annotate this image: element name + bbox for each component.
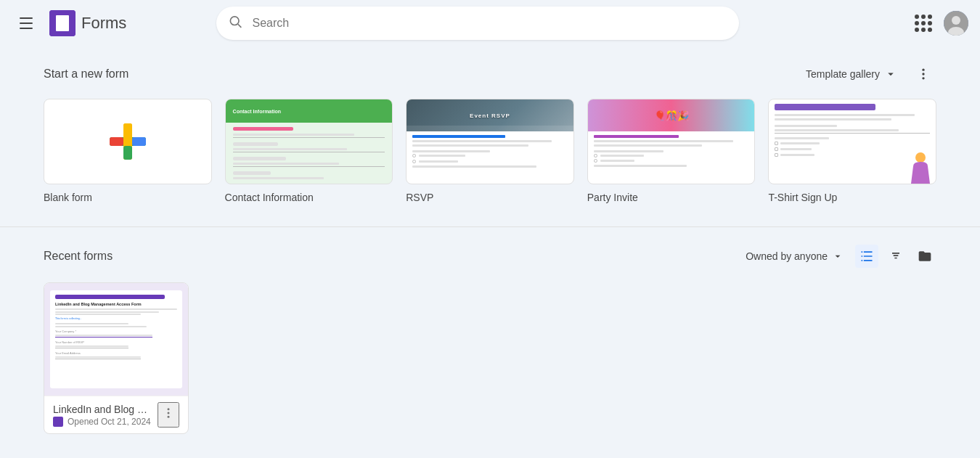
plus-icon <box>106 120 150 163</box>
svg-rect-16 <box>110 137 123 146</box>
recent-forms-grid: LinkedIn and Blog Management Access Form… <box>44 282 936 434</box>
template-card-blank[interactable]: Blank form <box>44 99 212 203</box>
form-more-options-button[interactable] <box>158 402 179 428</box>
google-apps-button[interactable] <box>909 9 938 38</box>
sort-icon <box>889 249 903 263</box>
rsvp-thumbnail: Event RSVP <box>406 99 574 184</box>
blank-form-thumbnail <box>44 99 212 184</box>
svg-rect-17 <box>132 137 146 146</box>
mini-form-preview: LinkedIn and Blog Management Access Form… <box>50 290 182 388</box>
recent-controls: Owned by anyone <box>746 245 936 268</box>
folder-view-button[interactable] <box>913 245 936 268</box>
rsvp-header-text: Event RSVP <box>470 113 510 119</box>
section-header-controls: Template gallery <box>799 61 936 87</box>
svg-rect-4 <box>58 23 64 25</box>
svg-rect-0 <box>49 10 75 36</box>
rsvp-label: RSVP <box>406 192 574 203</box>
svg-point-20 <box>915 152 926 163</box>
blank-form-label: Blank form <box>44 192 212 203</box>
app-name-label: Forms <box>81 14 126 33</box>
recent-form-footer: LinkedIn and Blog Manag... Opened Oct 21… <box>44 396 188 433</box>
recent-form-meta: Opened Oct 21, 2024 <box>53 417 155 427</box>
party-header-img: 🎈🎊🎉 <box>588 99 755 131</box>
svg-rect-19 <box>123 146 132 160</box>
recent-form-name: LinkedIn and Blog Manag... <box>53 404 155 415</box>
svg-point-21 <box>168 408 170 410</box>
party-invite-label: Party Invite <box>587 192 756 203</box>
forms-logo-svg <box>49 10 75 36</box>
party-balloons: 🎈🎊🎉 <box>654 110 689 121</box>
recent-form-info: LinkedIn and Blog Manag... Opened Oct 21… <box>53 404 155 427</box>
svg-point-11 <box>922 73 924 75</box>
contact-form-thumbnail: Contact Information <box>225 99 393 184</box>
form-icon-small <box>53 417 63 427</box>
list-view-button[interactable] <box>855 245 878 268</box>
tshirt-thumbnail <box>768 99 936 184</box>
hamburger-icon <box>14 12 38 35</box>
grid-apps-icon <box>915 15 932 32</box>
template-gallery-button[interactable]: Template gallery <box>799 63 905 85</box>
svg-point-23 <box>168 416 170 418</box>
templates-row: Blank form Contact Information <box>44 99 936 203</box>
app-header: Forms <box>0 0 980 46</box>
search-bar <box>216 7 739 40</box>
more-options-button[interactable] <box>910 61 936 87</box>
recent-forms-title: Recent forms <box>44 250 113 263</box>
recent-form-thumbnail: LinkedIn and Blog Management Access Form… <box>44 283 188 396</box>
header-right <box>909 9 968 38</box>
svg-point-8 <box>952 16 960 25</box>
svg-rect-2 <box>58 18 67 20</box>
tshirt-label: T-Shirt Sign Up <box>768 192 936 203</box>
more-vert-small-icon <box>162 406 175 420</box>
avatar[interactable] <box>944 11 968 36</box>
owner-filter-dropdown[interactable]: Owned by anyone <box>746 250 844 262</box>
party-thumbnail: 🎈🎊🎉 <box>587 99 756 184</box>
folder-icon <box>918 249 932 263</box>
owner-filter-label: Owned by anyone <box>746 250 828 262</box>
search-input[interactable] <box>216 7 739 40</box>
svg-point-5 <box>230 17 239 25</box>
templates-section-header: Start a new form Template gallery <box>44 46 936 87</box>
svg-point-22 <box>168 412 170 414</box>
svg-rect-1 <box>56 15 69 31</box>
svg-point-10 <box>922 69 924 71</box>
rsvp-form-body <box>407 131 573 171</box>
party-form-body <box>588 131 755 171</box>
list-view-icon <box>859 249 874 263</box>
app-logo[interactable]: Forms <box>49 10 126 36</box>
header-left: Forms <box>12 9 126 38</box>
search-icon <box>228 15 242 33</box>
main-content: Start a new form Template gallery <box>0 46 980 434</box>
svg-rect-3 <box>58 21 67 23</box>
template-gallery-label: Template gallery <box>806 68 880 80</box>
sort-button[interactable] <box>884 245 907 268</box>
rsvp-header-img: Event RSVP <box>407 99 573 131</box>
view-icons-group <box>855 245 936 268</box>
start-new-form-title: Start a new form <box>44 68 128 81</box>
template-card-party[interactable]: 🎈🎊🎉 Pa <box>587 99 756 203</box>
contact-form-label: Contact Information <box>225 192 393 203</box>
template-card-rsvp[interactable]: Event RSVP <box>406 99 574 203</box>
contact-form-body <box>226 123 393 184</box>
forms-logo-icon <box>49 10 75 36</box>
tshirt-title-bar <box>775 104 875 110</box>
hamburger-button[interactable] <box>12 9 41 38</box>
tshirt-person-icon <box>910 152 931 184</box>
template-card-contact[interactable]: Contact Information Contact Information <box>225 99 393 203</box>
svg-point-12 <box>922 77 924 79</box>
avatar-image <box>944 11 968 36</box>
section-separator <box>0 226 980 227</box>
contact-header-text: Contact Information <box>233 109 282 114</box>
avatar-svg <box>944 11 968 36</box>
svg-line-6 <box>237 24 241 28</box>
dropdown-arrow-icon <box>832 250 844 262</box>
svg-rect-18 <box>123 123 132 137</box>
more-vert-icon <box>916 67 931 81</box>
recent-section-header: Recent forms Owned by anyone <box>44 245 936 268</box>
template-card-tshirt[interactable]: T-Shirt Sign Up <box>768 99 936 203</box>
form-meta-text: Opened Oct 21, 2024 <box>68 417 151 427</box>
contact-header: Contact Information <box>226 99 393 123</box>
recent-form-card[interactable]: LinkedIn and Blog Management Access Form… <box>44 282 189 434</box>
expand-icon <box>884 68 897 81</box>
svg-rect-15 <box>123 137 132 146</box>
